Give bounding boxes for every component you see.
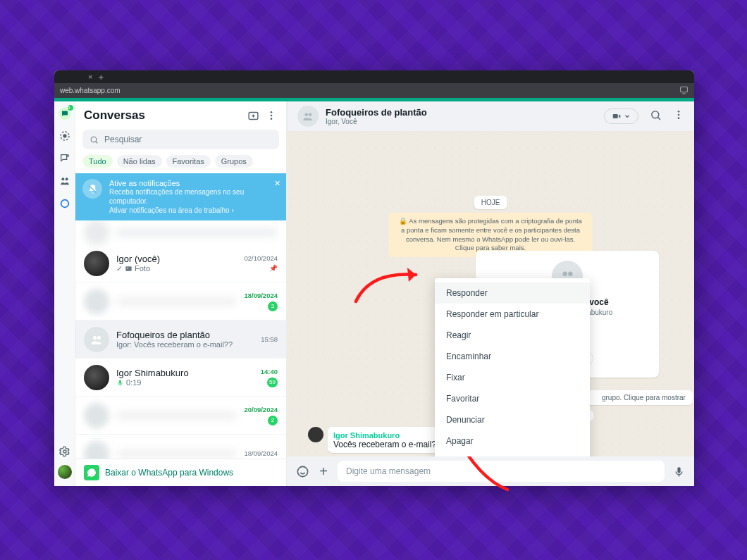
- ctx-pin[interactable]: Fixar: [435, 367, 590, 388]
- attach-icon[interactable]: +: [316, 464, 331, 478]
- chat-date: 18/09/2024: [244, 449, 278, 457]
- svg-point-11: [271, 118, 273, 120]
- filter-groups[interactable]: Grupos: [215, 155, 253, 168]
- emoji-icon[interactable]: [295, 464, 309, 478]
- sidebar-title: Conversas: [84, 108, 241, 123]
- ctx-reply-privately[interactable]: Responder em particular: [435, 304, 590, 325]
- new-chat-icon[interactable]: [247, 109, 259, 122]
- svg-point-24: [678, 114, 680, 116]
- whatsapp-logo-icon: [84, 465, 99, 480]
- chat-row-group-selected[interactable]: Fofoqueiros de plantão Igor: Vocês receb…: [75, 321, 286, 359]
- photo-icon: [125, 265, 132, 273]
- svg-point-7: [63, 450, 66, 453]
- message-text: Vocês receberam o e-mail??: [333, 440, 441, 449]
- chat-time: 14:40: [261, 368, 278, 375]
- ctx-favorite[interactable]: Favoritar: [435, 388, 590, 409]
- meta-ai-icon[interactable]: [58, 197, 71, 210]
- svg-point-6: [61, 200, 68, 208]
- chat-row-redacted[interactable]: 18/09/2024: [75, 435, 286, 459]
- chat-row-redacted[interactable]: 20/09/2024 2: [75, 397, 286, 435]
- unread-count: 2: [268, 416, 278, 425]
- svg-point-17: [97, 336, 101, 340]
- svg-point-12: [91, 137, 97, 142]
- chat-name: Fofoqueiros de plantão: [116, 330, 254, 340]
- browser-window: × + web.whatsapp.com 6: [54, 70, 694, 486]
- chats-tab-icon[interactable]: 6: [58, 107, 71, 120]
- menu-icon[interactable]: [265, 109, 278, 122]
- search-in-chat-icon[interactable]: [650, 109, 662, 124]
- ctx-forward[interactable]: Encaminhar: [435, 346, 590, 367]
- group-avatar-icon: [84, 327, 109, 352]
- chat-menu-icon[interactable]: [673, 109, 684, 123]
- chat-row-redacted[interactable]: [75, 220, 286, 244]
- compose-placeholder: Digite uma mensagem: [346, 466, 431, 476]
- check-icon: ✓: [116, 264, 123, 273]
- svg-point-27: [568, 272, 573, 277]
- date-chip: HOJE: [474, 196, 507, 209]
- profile-avatar[interactable]: [58, 465, 72, 479]
- address-bar[interactable]: web.whatsapp.com: [54, 83, 694, 98]
- chat-row-redacted[interactable]: 18/09/2024 3: [75, 282, 286, 321]
- chat-name: Igor (você): [116, 254, 237, 264]
- message-input[interactable]: Digite uma mensagem: [338, 461, 665, 482]
- pinned-icon: 📌: [269, 264, 278, 272]
- chat-date: 02/10/2024: [244, 254, 278, 262]
- chevron-down-icon: [624, 113, 631, 120]
- chat-participants: Igor, Você: [326, 118, 427, 125]
- video-call-button[interactable]: [604, 108, 638, 124]
- sender-avatar: [308, 427, 323, 442]
- svg-rect-29: [677, 467, 680, 473]
- filter-favorites[interactable]: Favoritas: [166, 155, 211, 168]
- svg-rect-18: [119, 380, 121, 384]
- conversations-sidebar: Conversas Pesquisar Tudo Não lidas Favor…: [75, 101, 287, 486]
- download-desktop-banner[interactable]: Baixar o WhatsApp para Windows: [75, 459, 286, 486]
- filter-all[interactable]: Tudo: [82, 155, 113, 168]
- ctx-react[interactable]: Reagir: [435, 325, 590, 346]
- download-label: Baixar o WhatsApp para Windows: [105, 468, 233, 478]
- tab-close-icon[interactable]: ×: [88, 73, 92, 81]
- search-input[interactable]: Pesquisar: [82, 130, 279, 149]
- svg-point-28: [297, 466, 307, 476]
- svg-point-20: [309, 113, 312, 117]
- compose-bar: + Digite uma mensagem: [287, 456, 694, 486]
- svg-point-26: [563, 272, 568, 277]
- svg-point-9: [271, 111, 273, 113]
- browser-tab-strip: × +: [54, 70, 694, 83]
- svg-rect-0: [681, 87, 688, 92]
- new-tab-icon[interactable]: +: [98, 72, 104, 82]
- svg-point-23: [678, 111, 680, 113]
- svg-point-10: [271, 115, 273, 117]
- mic-icon[interactable]: [672, 464, 686, 478]
- notif-title: Ative as notificações: [109, 179, 279, 187]
- notif-close-icon[interactable]: ✕: [274, 179, 280, 188]
- chat-messages: HOJE 🔒 As mensagens são protegidas com a…: [287, 131, 694, 456]
- chat-row-self[interactable]: Igor (você) ✓ Foto 02/10/2024 📌: [75, 244, 286, 282]
- chat-pane: Fofoqueiros de plantão Igor, Você: [287, 101, 694, 486]
- svg-point-19: [305, 113, 309, 117]
- status-tab-icon[interactable]: [58, 130, 71, 142]
- enable-notifications-banner[interactable]: Ative as notificações Receba notificaçõe…: [75, 173, 286, 220]
- notif-sub2: Ativar notificações na área de trabalho …: [109, 206, 279, 215]
- message-sender: Igor Shimabukuro: [333, 431, 441, 440]
- communities-tab-icon[interactable]: [58, 175, 71, 187]
- chat-row-contact[interactable]: Igor Shimabukuro 0:19 14:40 59: [75, 359, 286, 397]
- chat-preview: ✓ Foto: [116, 264, 237, 273]
- message-context-menu: Responder Responder em particular Reagir…: [435, 278, 590, 456]
- svg-point-16: [93, 336, 97, 340]
- filter-unread[interactable]: Não lidas: [117, 155, 162, 168]
- ctx-reply[interactable]: Responder: [435, 282, 590, 304]
- chat-preview: Igor: Vocês receberam o e-mail??: [116, 340, 254, 349]
- ctx-delete[interactable]: Apagar: [435, 430, 590, 452]
- channels-tab-icon[interactable]: [58, 152, 71, 165]
- svg-point-22: [652, 111, 659, 118]
- chat-header[interactable]: Fofoqueiros de plantão Igor, Você: [287, 101, 694, 131]
- syncing-icon[interactable]: [679, 85, 689, 96]
- settings-icon[interactable]: [58, 445, 71, 458]
- ctx-chat-with[interactable]: Conversar com Igor Shimabukuro: [435, 452, 590, 456]
- chat-list: Igor (você) ✓ Foto 02/10/2024 📌: [75, 220, 286, 459]
- ctx-report[interactable]: Denunciar: [435, 409, 590, 430]
- avatar: [84, 251, 109, 276]
- svg-point-5: [65, 178, 68, 180]
- url-text: web.whatsapp.com: [60, 87, 121, 94]
- svg-point-4: [61, 178, 64, 180]
